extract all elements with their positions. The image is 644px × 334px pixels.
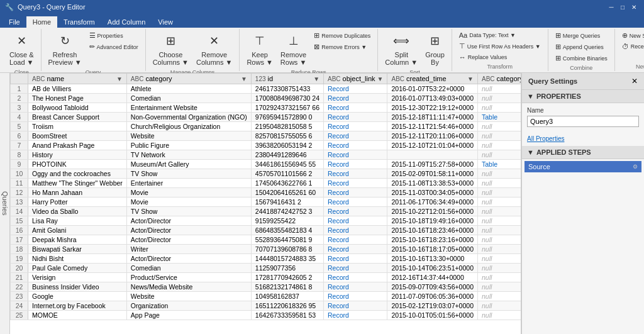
col-header-name[interactable]: ABC name ▼ [28, 74, 127, 84]
split-column-button[interactable]: ⟺ SplitColumn ▼ [382, 30, 421, 68]
app-icon: 🔧 [5, 3, 14, 11]
table-row[interactable]: 23GoogleWebsite104958162837Record2011-07… [11, 292, 522, 301]
tab-file[interactable]: File [3, 16, 26, 28]
close-load-button[interactable]: ✕ Close &Load ▼ [6, 30, 37, 68]
cell-created-time: 2011-06-17T06:34:49+0000 [387, 198, 478, 207]
table-row[interactable]: 10Oggy and the cockroachesTV Show4570570… [11, 169, 522, 179]
table-row[interactable]: 15Lisa RayActor/Director91599255422Recor… [11, 216, 522, 226]
first-row-headers-button[interactable]: ⊤ Use First Row As Headers ▼ [456, 41, 544, 52]
remove-columns-button[interactable]: ✕ RemoveColumns ▼ [193, 30, 235, 68]
table-row[interactable]: 12Ho Mann JahaanMovie15042064165261 60Re… [11, 188, 522, 198]
row-number: 3 [11, 103, 28, 113]
cell-created-time: 2015-12-11T20:11:06+0000 [387, 131, 478, 141]
step-gear-icon[interactable]: ⚙ [633, 164, 638, 170]
table-row[interactable]: 18Biswapati SarkarWriter70707139608786 8… [11, 245, 522, 254]
remove-duplicates-button[interactable]: ⊞ Remove Duplicates [311, 30, 374, 41]
tab-home[interactable]: Home [26, 16, 57, 28]
table-row[interactable]: 22Business Insider VideoNews/Media Websi… [11, 282, 522, 292]
table-container[interactable]: ABC name ▼ ABC category ▼ [10, 73, 521, 334]
cell-id: 91599255422 [251, 216, 323, 226]
merge-queries-button[interactable]: ⊞ Merge Queries [552, 30, 611, 41]
col-header-category-list[interactable]: ABC category_list ▼ [477, 74, 521, 84]
choose-columns-button[interactable]: ⊞ ChooseColumns ▼ [150, 30, 192, 68]
keep-rows-button[interactable]: ⊤ KeepRows ▼ [243, 30, 275, 68]
new-source-button[interactable]: ⊕ New Source ▼ [619, 30, 644, 41]
group-by-button[interactable]: ⊞ GroupBy [422, 30, 448, 68]
table-row[interactable]: 17Deepak MishraActor/Director55289364475… [11, 235, 522, 245]
cell-id: 16511220618326 95 [251, 301, 323, 311]
table-row[interactable]: 19Nidhi BishtActor/Director1444801572488… [11, 254, 522, 264]
row-number: 12 [11, 188, 28, 198]
cell-name: PHOTOINK [28, 160, 127, 169]
tab-view[interactable]: View [152, 16, 179, 28]
table-row[interactable]: 20Paul Gale ComedyComedian11259077356Rec… [11, 264, 522, 273]
remove-errors-button[interactable]: ⊠ Remove Errors ▼ [311, 42, 374, 52]
table-row[interactable]: 14Video da SballoTV Show24418874242752 3… [11, 207, 522, 216]
queries-sidebar[interactable]: Queries [0, 73, 10, 334]
table-row[interactable]: 9PHOTOINKMuseum/Art Gallery3446186155694… [11, 160, 522, 169]
col-category-filter-icon[interactable]: ▼ [241, 75, 247, 82]
table-row[interactable]: 13Harry PotterMovie15679416431 2Record20… [11, 198, 522, 207]
tab-transform[interactable]: Transform [57, 16, 101, 28]
data-type-button[interactable]: Aa Data Type: Text ▼ [456, 30, 544, 40]
recent-sources-icon: ⏱ [622, 43, 629, 50]
cell-category: TV Show [126, 169, 251, 179]
query-name-input[interactable] [527, 116, 639, 127]
col-header-created-time[interactable]: ABC created_time ▼ [387, 74, 478, 84]
ribbon-group-sort: ⟺ SplitColumn ▼ ⊞ GroupBy Sort [378, 29, 452, 71]
col-header-id[interactable]: 123 id ▼ [251, 74, 323, 84]
table-row[interactable]: 7Anand Prakash PagePublic Figure39638206… [11, 141, 522, 150]
cell-object-link: Record [324, 311, 387, 320]
col-header-object-link[interactable]: ABC object_link ▼ [324, 74, 387, 84]
ribbon-group-combine: ⊞ Merge Queries ⊞ Append Queries ⊞ Combi… [548, 29, 615, 71]
cell-name: Amit Golani [28, 226, 127, 235]
col-object-link-filter-icon[interactable]: ▼ [377, 75, 384, 82]
table-row[interactable]: 21VerisignProduct/Service17281770942605 … [11, 273, 522, 282]
properties-section-title[interactable]: ▼ PROPERTIES [522, 90, 644, 103]
table-row[interactable]: 6BoomStreetWebsite82570815755055 6Record… [11, 131, 522, 141]
recent-sources-button[interactable]: ⏱ Recent Sources ▼ [619, 42, 644, 52]
append-queries-icon: ⊞ [555, 43, 561, 51]
table-row[interactable]: 25MOMOEApp Page16426733359581 53Record20… [11, 311, 522, 320]
cell-category-list: null [477, 188, 521, 198]
step-source[interactable]: Source ⚙ [525, 161, 641, 172]
cell-object-link: Record [324, 179, 387, 188]
cell-category-list: Table [477, 113, 521, 122]
table-row[interactable]: 8HistoryTV Network23804491289646Recordnu… [11, 150, 522, 160]
cell-id: 39638206053194 2 [251, 141, 323, 150]
table-row[interactable]: 16Amit GolaniActor/Director6864835548218… [11, 226, 522, 235]
col-header-category[interactable]: ABC category ▼ [126, 74, 251, 84]
col-created-time-filter-icon[interactable]: ▼ [467, 75, 474, 82]
replace-values-button[interactable]: ↔ Replace Values [456, 52, 544, 62]
remove-rows-icon: ⊥ [285, 32, 303, 50]
applied-steps-section-title[interactable]: ▼ APPLIED STEPS [522, 146, 644, 159]
table-row[interactable]: 2The Honest PageComedian170080849698730 … [11, 94, 522, 103]
cell-category-list: null [477, 207, 521, 216]
advanced-editor-button[interactable]: ✏ Advanced Editor [86, 42, 142, 52]
row-number: 16 [11, 226, 28, 235]
cell-created-time: 2015-11-09T15:27:58+0000 [387, 160, 478, 169]
combine-binaries-button[interactable]: ⊞ Combine Binaries [552, 53, 611, 64]
refresh-preview-button[interactable]: ↻ RefreshPreview ▼ [45, 30, 85, 68]
tab-add-column[interactable]: Add Column [101, 16, 152, 28]
right-panel-close-button[interactable]: ✕ [631, 77, 638, 86]
table-row[interactable]: 5TroiismChurch/Religious Organization219… [11, 122, 522, 131]
table-row[interactable]: 11Matthew "The Stinger" WebberEntertaine… [11, 179, 522, 188]
col-id-filter-icon[interactable]: ▼ [313, 75, 319, 82]
table-row[interactable]: 4Breast Cancer SupportNon-Governmental O… [11, 113, 522, 122]
remove-rows-button[interactable]: ⊥ RemoveRows ▼ [277, 30, 309, 68]
col-name-filter-icon[interactable]: ▼ [116, 75, 123, 82]
properties-button[interactable]: ☰ Properties [86, 30, 142, 41]
ribbon-combine-col: ⊞ Merge Queries ⊞ Append Queries ⊞ Combi… [552, 30, 611, 64]
table-row[interactable]: 1AB de VilliersAthlete246173308751433Rec… [11, 84, 522, 94]
table-row[interactable]: 24Internet.org by FacebookOrganization16… [11, 301, 522, 311]
maximize-button[interactable]: □ [618, 2, 628, 12]
ribbon-reduce-col: ⊞ Remove Duplicates ⊠ Remove Errors ▼ [311, 30, 374, 52]
all-properties-link[interactable]: All Properties [527, 135, 564, 142]
minimize-button[interactable]: ─ [606, 2, 616, 12]
cell-created-time: 2015-02-09T01:58:11+0000 [387, 169, 478, 179]
new-source-icon: ⊕ [622, 31, 628, 40]
table-row[interactable]: 3Bollywood TabloiddEntertainment Website… [11, 103, 522, 113]
append-queries-button[interactable]: ⊞ Append Queries [552, 42, 611, 52]
close-button[interactable]: ✕ [629, 2, 639, 12]
